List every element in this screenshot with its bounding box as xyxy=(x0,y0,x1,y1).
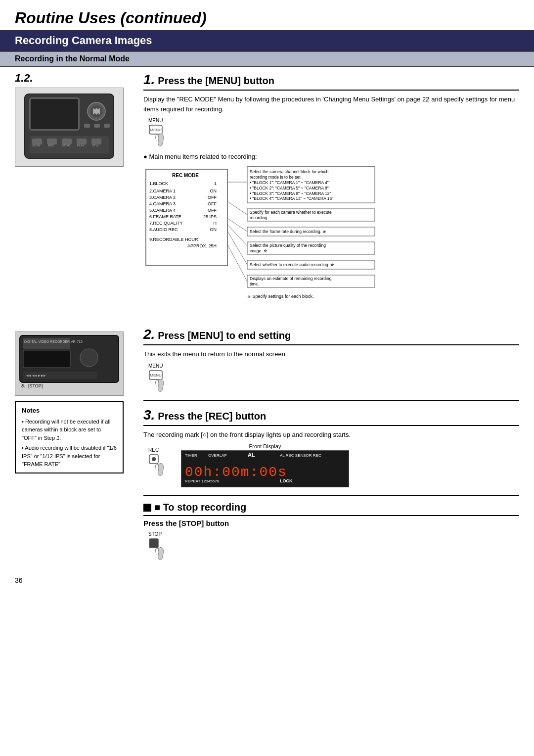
step3-section: 3. Press the [REC] button The recording … xyxy=(143,407,519,489)
step3-hand-icon xyxy=(148,454,173,478)
svg-text:MENU: MENU xyxy=(150,128,162,132)
sub-header: Recording in the Normal Mode xyxy=(0,51,534,67)
step3-number: 3. xyxy=(143,407,155,423)
svg-text:APPROX. 25H: APPROX. 25H xyxy=(187,243,217,248)
section-header: Recording Camera Images xyxy=(0,30,534,51)
page-container: Routine Uses (continued) Recording Camer… xyxy=(0,0,534,589)
svg-text:TIMER: TIMER xyxy=(185,453,197,458)
step3-body: The recording mark [○] on the front disp… xyxy=(143,430,519,440)
svg-text:8.AUDIO REC: 8.AUDIO REC xyxy=(149,227,178,232)
svg-text:Specify for each camera whethe: Specify for each camera whether to execu… xyxy=(250,210,332,215)
svg-rect-2 xyxy=(31,99,78,129)
svg-text:image. ※: image. ※ xyxy=(250,248,267,253)
step2-menu-icon: MENU MENU xyxy=(148,363,519,394)
svg-text:9.RECORDABLE HOUR: 9.RECORDABLE HOUR xyxy=(149,237,198,242)
step3-heading: 3. Press the [REC] button xyxy=(143,407,519,426)
svg-text:STOP: STOP xyxy=(62,144,70,147)
svg-text:REC MODE: REC MODE xyxy=(172,173,199,178)
menu-diagram-svg: REC MODE 1.BLOCK 1 2.CAMERA 1 ON 3.CAMER… xyxy=(143,164,480,318)
svg-line-69 xyxy=(227,225,247,246)
svg-text:1: 1 xyxy=(214,181,217,186)
step2-number: 2. xyxy=(143,327,155,342)
svg-text:Select whether to execute audi: Select whether to execute audio recordin… xyxy=(250,262,335,267)
right-column-step1: 1. Press the [MENU] button Display the "… xyxy=(143,72,519,322)
svg-text:3.CAMERA 2: 3.CAMERA 2 xyxy=(149,195,176,200)
svg-text:SCAN: SCAN xyxy=(32,144,41,147)
stop-sub-heading: Press the [STOP] button xyxy=(143,519,519,527)
content-area: 1.2. xyxy=(0,72,534,571)
svg-text:recording.: recording. xyxy=(250,215,268,220)
divider-3-stop xyxy=(143,495,519,496)
svg-text:6.FRAME RATE: 6.FRAME RATE xyxy=(149,214,181,219)
svg-text:OFF: OFF xyxy=(208,208,217,213)
svg-rect-99 xyxy=(149,539,158,548)
step2-section: 2. Press [MENU] to end setting This exit… xyxy=(143,327,519,394)
rec-section-row: REC Front Display xyxy=(143,443,519,489)
svg-text:Displays an estimate of remain: Displays an estimate of remaining record… xyxy=(250,276,332,281)
step2-heading: 2. Press [MENU] to end setting xyxy=(143,327,519,345)
menu-icon-area: MENU MENU xyxy=(148,118,519,149)
svg-text:Select the camera channel bloc: Select the camera channel block for whic… xyxy=(250,169,328,174)
menu-diagram: REC MODE 1.BLOCK 1 2.CAMERA 1 ON 3.CAMER… xyxy=(143,164,519,318)
svg-text:REC: REC xyxy=(48,144,54,147)
svg-point-82 xyxy=(80,349,98,367)
svg-text:AL: AL xyxy=(248,452,255,458)
notes-title: Notes xyxy=(22,406,117,416)
left-column-bottom: DIGITAL VIDEO RECORDER VR-715 ◀◀ ◀ ■ ▶ ▶… xyxy=(15,327,134,567)
svg-text:◀◀ ◀ ■ ▶ ▶▶: ◀◀ ◀ ■ ▶ ▶▶ xyxy=(26,374,46,377)
svg-line-65 xyxy=(227,218,247,232)
step2-menu-label: MENU xyxy=(148,363,163,369)
svg-rect-11 xyxy=(104,124,110,128)
svg-text:time.: time. xyxy=(250,282,259,286)
svg-line-72 xyxy=(227,231,247,265)
step1-section: 1.2. xyxy=(15,72,519,322)
svg-text:Select the picture quality of : Select the picture quality of the record… xyxy=(250,243,326,248)
svg-text:recording mode is to be set.: recording mode is to be set. xyxy=(250,175,302,180)
svg-text:1.BLOCK: 1.BLOCK xyxy=(149,181,168,186)
right-column-steps: 2. Press [MENU] to end setting This exit… xyxy=(143,327,519,567)
step2-body: This exits the menu to return to the nor… xyxy=(143,349,519,359)
svg-text:ON: ON xyxy=(210,189,217,193)
step1-label: 1.2. xyxy=(15,72,33,85)
bullet-point: ● Main menu items related to recording: xyxy=(143,153,519,160)
notes-box: Notes • Recording will not be executed i… xyxy=(15,401,124,473)
svg-text:OFF: OFF xyxy=(208,195,217,200)
svg-text:STLL: STLL xyxy=(92,144,99,147)
stop-hand-icon xyxy=(148,538,173,563)
svg-text:DIGITAL VIDEO RECORDER VR-715: DIGITAL VIDEO RECORDER VR-715 xyxy=(24,340,83,343)
svg-point-90 xyxy=(152,457,156,461)
svg-text:AL REC  SENSOR REC: AL REC SENSOR REC xyxy=(280,453,321,458)
page-number: 36 xyxy=(15,576,23,584)
main-title: Routine Uses (continued) xyxy=(0,0,534,30)
svg-text:H: H xyxy=(214,221,217,226)
step1-heading-text: Press the [MENU] button xyxy=(158,75,274,87)
step3-heading-text: Press the [REC] button xyxy=(158,411,266,422)
front-display-label: Front Display xyxy=(181,443,349,449)
step2-hand-icon: MENU xyxy=(148,370,173,394)
device-image-top: SCAN REC STOP PLAY STLL xyxy=(15,88,124,167)
left-column: 1.2. xyxy=(15,72,134,322)
svg-line-76 xyxy=(227,244,247,282)
divider-2-3 xyxy=(143,400,519,401)
svg-text:ON: ON xyxy=(210,227,217,232)
stop-icon-label: STOP xyxy=(148,531,162,537)
front-display-svg: TIMER OVERLAP AL AL REC SENSOR REC REPEA… xyxy=(181,450,349,487)
step3-rec-label: REC xyxy=(148,447,159,453)
svg-rect-81 xyxy=(23,350,70,368)
step3-rec-icon: REC xyxy=(148,447,173,478)
svg-text:7.REC QUALITY: 7.REC QUALITY xyxy=(149,221,183,226)
svg-text:MENU: MENU xyxy=(150,373,162,378)
svg-rect-10 xyxy=(94,124,100,128)
bottom-section: DIGITAL VIDEO RECORDER VR-715 ◀◀ ◀ ■ ▶ ▶… xyxy=(15,327,519,567)
device-image-bottom: DIGITAL VIDEO RECORDER VR-715 ◀◀ ◀ ■ ▶ ▶… xyxy=(15,331,124,396)
svg-text:※ Specify settings for each bl: ※ Specify settings for each block. xyxy=(247,294,314,299)
svg-text:PLAY: PLAY xyxy=(77,144,85,147)
page-number-area: 36 xyxy=(0,571,534,589)
svg-text:2.CAMERA 1: 2.CAMERA 1 xyxy=(149,189,176,193)
step1-heading: 1. Press the [MENU] button xyxy=(143,72,519,91)
stop-icon-area: STOP xyxy=(148,531,519,563)
svg-text:3.: 3. xyxy=(21,383,25,388)
svg-text:5.CAMERA 4: 5.CAMERA 4 xyxy=(149,208,176,213)
step1-number: 1. xyxy=(143,72,155,88)
svg-text:25 IPS: 25 IPS xyxy=(203,214,217,219)
